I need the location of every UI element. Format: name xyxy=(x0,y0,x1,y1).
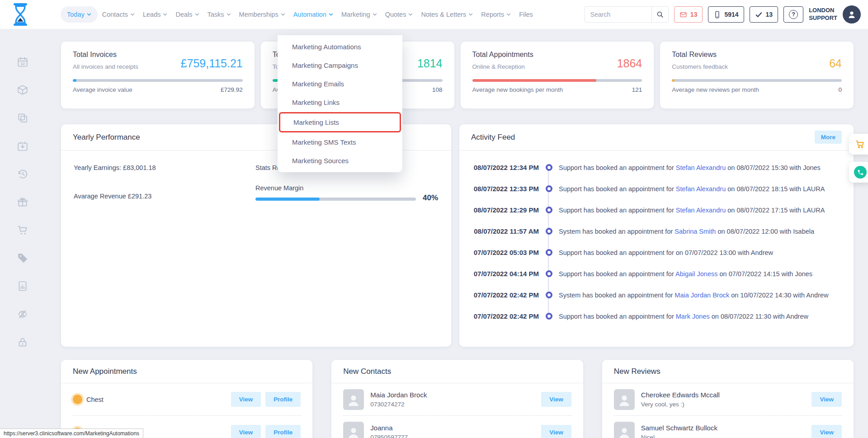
topbar: Today Contacts Leads Deals Tasks Members… xyxy=(0,0,868,29)
menu-item-marketing-lists[interactable]: Marketing Lists xyxy=(279,112,401,132)
nav-automation[interactable]: Automation xyxy=(290,6,337,23)
history-icon[interactable] xyxy=(17,168,28,180)
search-button[interactable] xyxy=(651,6,669,23)
person-icon xyxy=(617,424,632,438)
contact-link[interactable]: Maia Jordan Brock xyxy=(675,292,729,299)
menu-item-marketing-sms-texts[interactable]: Marketing SMS Texts xyxy=(278,133,402,151)
search-box xyxy=(585,6,669,23)
contact-link[interactable]: Abigail Joness xyxy=(675,270,718,278)
menu-item-marketing-campaigns[interactable]: Marketing Campaigns xyxy=(278,56,402,75)
menu-item-marketing-emails[interactable]: Marketing Emails xyxy=(278,75,402,93)
view-button[interactable]: View xyxy=(811,392,842,407)
view-button[interactable]: View xyxy=(231,425,261,438)
mail-badge[interactable]: 13 xyxy=(674,6,703,23)
menu-item-marketing-links[interactable]: Marketing Links xyxy=(278,93,402,112)
nav-marketing-label: Marketing xyxy=(341,11,370,18)
contact-avatar xyxy=(343,422,364,438)
review-text: Nice! xyxy=(641,434,717,438)
new-appointments-panel: New Appointments Chest View Profile Boto… xyxy=(61,360,312,438)
card-value: £759,115.21 xyxy=(181,57,243,70)
profile-button[interactable]: Profile xyxy=(265,392,301,407)
nav-quotes[interactable]: Quotes xyxy=(382,6,417,23)
timeline-marker-icon xyxy=(539,164,559,171)
location-line1: LONDON xyxy=(809,7,837,14)
contact-link[interactable]: Stefan Alexandru xyxy=(676,164,726,171)
card-footer-value: 108 xyxy=(432,86,443,93)
phone-badge[interactable]: 5914 xyxy=(708,6,744,23)
activity-text-post: on 10/07/2022 14:30 with Andrew xyxy=(729,292,828,299)
nav-today[interactable]: Today xyxy=(61,6,98,23)
chevron-down-icon xyxy=(506,12,511,17)
chevron-down-icon xyxy=(281,12,285,17)
activity-text-post: on 08/07/2022 12:00 with Isabela xyxy=(716,228,814,235)
floating-phone-button[interactable] xyxy=(849,162,868,183)
progress-bar xyxy=(672,79,842,82)
menu-item-marketing-automations[interactable]: Marketing Automations xyxy=(278,38,402,56)
nav-notes-letters[interactable]: Notes & Letters xyxy=(417,6,476,23)
gift-icon[interactable] xyxy=(17,196,28,208)
lock-icon[interactable] xyxy=(17,336,28,348)
view-button[interactable]: View xyxy=(541,392,571,407)
card-value: 64 xyxy=(829,57,842,70)
nav-files[interactable]: Files xyxy=(515,6,537,23)
contact-link[interactable]: Sabrina Smith xyxy=(675,228,716,235)
nav-memberships[interactable]: Memberships xyxy=(236,6,289,23)
nav-marketing[interactable]: Marketing xyxy=(338,6,381,23)
activity-rows: 08/07/2022 12:34 PM Support has booked a… xyxy=(459,151,854,327)
activity-text-pre: Support has booked an appointment for on… xyxy=(559,249,773,256)
mobile-phone-icon xyxy=(713,11,721,19)
account-sync-icon[interactable] xyxy=(17,308,28,320)
nav-leads-label: Leads xyxy=(143,11,161,18)
view-button[interactable]: View xyxy=(231,392,261,407)
card-subtitle: Customers feedback xyxy=(672,63,728,70)
contact-link[interactable]: Mark Jones xyxy=(676,313,710,320)
clinicsoftware-logo-icon[interactable] xyxy=(10,2,31,27)
nav-leads[interactable]: Leads xyxy=(139,6,171,23)
chevron-down-icon xyxy=(373,12,377,17)
calendar-import-icon[interactable] xyxy=(17,140,28,152)
cart-icon[interactable] xyxy=(17,224,28,236)
package-icon[interactable] xyxy=(17,84,28,96)
activity-text-pre: System has booked an appointment for xyxy=(559,228,675,235)
contact-link[interactable]: Stefan Alexandru xyxy=(676,207,726,214)
floating-cart-button[interactable] xyxy=(849,134,868,155)
status-bar-url: https://server3.clinicsoftware.com/Marke… xyxy=(0,429,143,438)
calendar-icon[interactable]: 12 xyxy=(17,56,28,68)
contact-link[interactable]: Stefan Alexandru xyxy=(676,185,726,193)
activity-text: Support has booked an appointment for St… xyxy=(559,185,825,193)
activity-text: System has booked an appointment for Sab… xyxy=(559,228,814,235)
check-icon xyxy=(755,11,763,19)
view-button[interactable]: View xyxy=(541,425,571,438)
nav-quotes-label: Quotes xyxy=(385,11,406,18)
nav-automation-label: Automation xyxy=(293,11,326,18)
search-input[interactable] xyxy=(585,6,651,23)
contact-phone: 07950597777 xyxy=(370,434,408,438)
copy-windows-icon[interactable] xyxy=(17,112,28,124)
activity-text: Support has booked an appointment for Ab… xyxy=(559,270,812,278)
activity-text-pre: Support has booked an appointment for xyxy=(559,313,676,320)
nav-deals[interactable]: Deals xyxy=(172,6,203,23)
activity-text: System has booked an appointment for Mai… xyxy=(559,292,829,299)
contact-name: Joanna xyxy=(370,424,408,432)
tasks-badge[interactable]: 13 xyxy=(750,6,778,23)
svg-text:12: 12 xyxy=(20,61,25,66)
contact-row: Maia Jordan Brock 0730274272 View xyxy=(343,383,571,416)
contact-row: Joanna 07950597777 View xyxy=(343,416,571,438)
menu-item-marketing-sources[interactable]: Marketing Sources xyxy=(278,151,402,170)
view-button[interactable]: View xyxy=(811,425,842,438)
revenue-margin-bar xyxy=(255,198,416,201)
sidebar: 12 xyxy=(0,29,45,348)
nav-tasks[interactable]: Tasks xyxy=(204,6,235,23)
activity-timestamp: 07/07/2022 02:42 PM xyxy=(471,312,539,320)
price-tag-icon[interactable] xyxy=(17,252,28,264)
more-button[interactable]: More xyxy=(815,131,842,144)
nav-reports[interactable]: Reports xyxy=(477,6,514,23)
chevron-down-icon xyxy=(130,12,135,17)
card-subtitle: All invoices and receipts xyxy=(73,63,138,70)
nav-contacts[interactable]: Contacts xyxy=(99,6,138,23)
user-avatar[interactable] xyxy=(843,5,861,24)
help-badge[interactable]: ? xyxy=(783,6,803,23)
person-icon xyxy=(346,392,361,407)
report-chart-icon[interactable] xyxy=(17,280,28,292)
profile-button[interactable]: Profile xyxy=(265,425,301,438)
